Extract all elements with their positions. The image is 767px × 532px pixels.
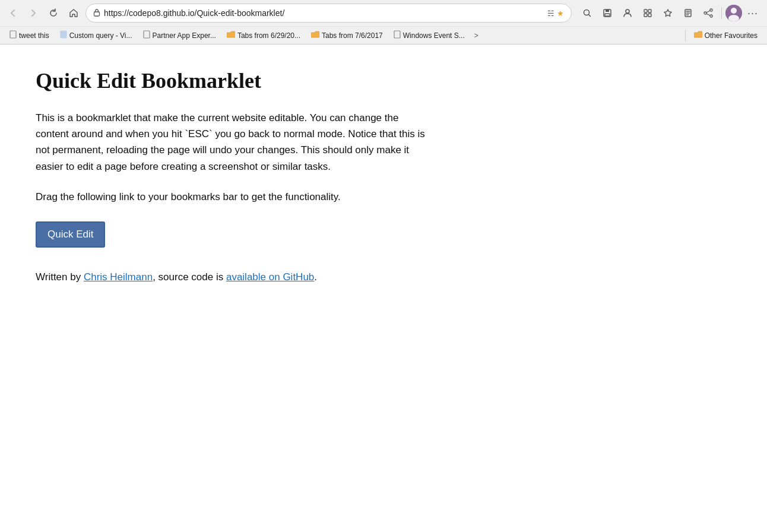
bookmark-label: Custom query - Vi...: [69, 31, 132, 40]
bookmark-label: Windows Event S...: [403, 31, 465, 40]
other-favourites-label: Other Favourites: [705, 31, 758, 40]
bookmarks-overflow-button[interactable]: >: [471, 30, 482, 42]
bookmark-file-icon: [394, 30, 401, 40]
toolbar-icons: ···: [578, 4, 762, 23]
svg-rect-4: [605, 14, 610, 16]
bookmark-label: Tabs from 6/29/20...: [237, 31, 300, 40]
svg-rect-3: [606, 10, 609, 12]
page-content: Quick Edit Bookmarklet This is a bookmar…: [0, 45, 594, 309]
bookmark-label: Tabs from 7/6/2017: [322, 31, 383, 40]
favorites-button[interactable]: [658, 4, 677, 23]
forward-button[interactable]: [25, 5, 42, 21]
title-bar: ☵ ★: [0, 0, 767, 26]
svg-rect-6: [644, 10, 647, 12]
svg-point-13: [710, 15, 712, 17]
svg-rect-17: [10, 31, 16, 38]
separator: [721, 7, 722, 19]
attribution-suffix: .: [314, 271, 317, 283]
other-favourites-folder-icon: [694, 31, 702, 40]
profile-button[interactable]: [618, 4, 637, 23]
url-input[interactable]: [104, 8, 544, 18]
svg-rect-19: [144, 31, 150, 38]
bookmark-tweet-this[interactable]: tweet this: [5, 28, 54, 42]
address-bar-icons: ☵ ★: [547, 9, 564, 18]
search-button[interactable]: [578, 4, 597, 23]
bookmark-label: tweet this: [19, 31, 49, 40]
other-favourites[interactable]: Other Favourites: [689, 29, 762, 42]
bookmark-folder-icon: [311, 31, 319, 40]
back-button[interactable]: [5, 5, 21, 21]
more-button[interactable]: ···: [743, 4, 762, 23]
page-description: This is a bookmarklet that make the curr…: [36, 110, 427, 175]
svg-rect-0: [94, 12, 100, 16]
bookmarks-more: Other Favourites: [683, 29, 762, 42]
svg-rect-7: [648, 10, 651, 12]
attribution-prefix: Written by: [36, 271, 84, 283]
quick-edit-bookmarklet[interactable]: Quick Edit: [36, 221, 105, 248]
home-button[interactable]: [65, 5, 82, 21]
bookmark-tabs-jun[interactable]: Tabs from 6/29/20...: [222, 29, 305, 42]
collections-button[interactable]: [679, 4, 698, 23]
bookmark-tabs-jul[interactable]: Tabs from 7/6/2017: [306, 29, 388, 42]
bookmark-folder-icon: [227, 31, 235, 40]
browser-chrome: ☵ ★: [0, 0, 767, 45]
author-link[interactable]: Chris Heilmann: [84, 271, 153, 283]
svg-point-5: [626, 10, 629, 13]
svg-point-11: [710, 9, 712, 11]
share-button[interactable]: [699, 4, 718, 23]
svg-point-12: [704, 12, 706, 14]
bookmarks-bar: tweet this Custom query - Vi... Partner …: [0, 26, 767, 44]
svg-rect-8: [644, 14, 647, 17]
drag-instruction: Drag the following link to your bookmark…: [36, 189, 558, 205]
favourite-icon[interactable]: ★: [557, 9, 564, 18]
avatar[interactable]: [725, 5, 742, 21]
save-button[interactable]: [598, 4, 617, 23]
separator: [685, 30, 686, 42]
attribution-middle: , source code is: [153, 271, 226, 283]
svg-rect-18: [61, 31, 66, 38]
extensions-button[interactable]: [638, 4, 657, 23]
svg-point-15: [731, 8, 737, 14]
bookmark-partner-app[interactable]: Partner App Exper...: [138, 28, 221, 42]
page-title: Quick Edit Bookmarklet: [36, 68, 558, 93]
github-link[interactable]: available on GitHub: [226, 271, 314, 283]
bookmark-file-icon: [9, 30, 17, 40]
lock-icon: [93, 8, 100, 18]
refresh-button[interactable]: [45, 5, 62, 21]
reader-mode-icon[interactable]: ☵: [547, 9, 554, 18]
bookmark-windows-event[interactable]: Windows Event S...: [389, 28, 470, 42]
overflow-label: >: [474, 31, 478, 40]
bookmark-file-icon: [143, 30, 150, 40]
svg-rect-20: [394, 31, 400, 38]
address-bar[interactable]: ☵ ★: [85, 4, 572, 23]
bookmark-file-blue-icon: [60, 30, 67, 40]
ellipsis-icon: ···: [747, 7, 758, 20]
svg-rect-9: [648, 14, 651, 17]
bookmark-custom-query[interactable]: Custom query - Vi...: [55, 28, 137, 42]
attribution: Written by Chris Heilmann, source code i…: [36, 269, 558, 285]
bookmark-label: Partner App Exper...: [153, 31, 216, 40]
